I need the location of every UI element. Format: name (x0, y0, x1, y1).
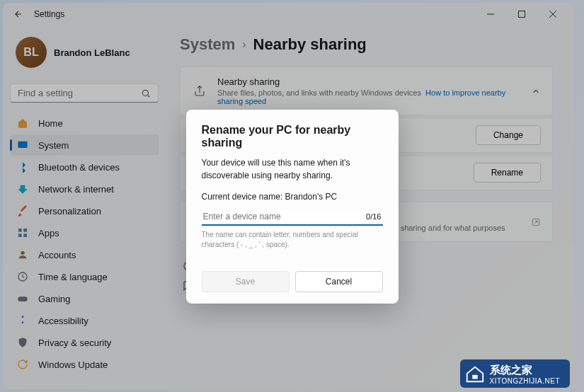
svg-rect-16 (472, 375, 478, 379)
watermark: 系统之家 XITONGZHIJIA.NET (460, 359, 571, 388)
char-counter: 0/16 (366, 212, 381, 221)
watermark-brand: 系统之家 (490, 364, 561, 377)
dialog-buttons: Save Cancel (202, 271, 383, 292)
watermark-logo-icon (464, 363, 486, 384)
current-device-name: Current device name: Brandon's PC (202, 192, 383, 202)
dialog-title: Rename your PC for nearby sharing (202, 124, 383, 149)
watermark-url: XITONGZHIJIA.NET (490, 377, 561, 385)
device-name-field[interactable]: 0/16 (202, 209, 383, 226)
cancel-button[interactable]: Cancel (295, 271, 383, 292)
dialog-description: Your device will use this name when it's… (202, 156, 383, 182)
rename-dialog: Rename your PC for nearby sharing Your d… (186, 110, 399, 304)
device-name-input[interactable] (203, 212, 367, 221)
modal-overlay[interactable]: Rename your PC for nearby sharing Your d… (0, 0, 584, 392)
input-hint: The name can contain letter, numbers and… (202, 230, 383, 250)
save-button: Save (202, 271, 290, 292)
